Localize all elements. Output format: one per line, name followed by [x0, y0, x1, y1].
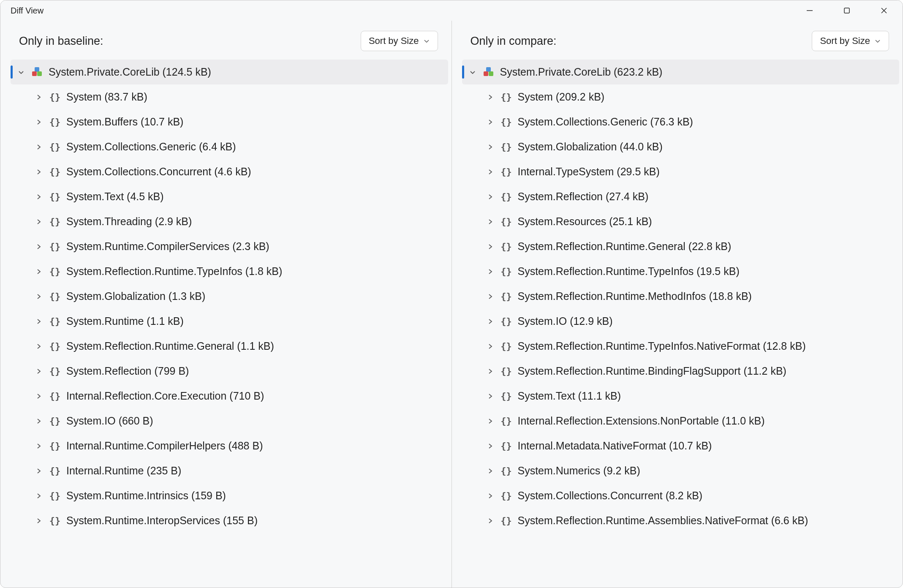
chevron-right-icon[interactable]	[33, 293, 44, 300]
tree-row[interactable]: {}System.Reflection.Runtime.TypeInfos (1…	[11, 259, 448, 284]
tree-row[interactable]: {}System.Runtime (1.1 kB)	[11, 309, 448, 334]
tree-row[interactable]: {}Internal.Reflection.Core.Execution (71…	[11, 384, 448, 408]
titlebar: Diff View	[0, 0, 903, 21]
chevron-right-icon[interactable]	[485, 368, 496, 375]
chevron-right-icon[interactable]	[485, 118, 496, 126]
namespace-icon: {}	[49, 416, 61, 426]
tree-row[interactable]: {}System.Collections.Generic (6.4 kB)	[11, 134, 448, 159]
chevron-right-icon[interactable]	[33, 268, 44, 275]
namespace-icon: {}	[500, 490, 513, 501]
sort-button-compare[interactable]: Sort by Size	[812, 31, 889, 51]
chevron-down-icon[interactable]	[467, 68, 478, 76]
tree-row[interactable]: {}System.Runtime.Intrinsics (159 B)	[11, 483, 448, 508]
tree-row-label: Internal.Metadata.NativeFormat (10.7 kB)	[518, 440, 712, 452]
tree-row[interactable]: {}System.Reflection (27.4 kB)	[462, 184, 900, 209]
tree-row[interactable]: {}System.Reflection.Runtime.BindingFlagS…	[462, 359, 900, 384]
tree-row-label: System.Runtime.Intrinsics (159 B)	[66, 490, 226, 502]
chevron-right-icon[interactable]	[485, 143, 496, 151]
tree-row[interactable]: {}System.Reflection.Runtime.TypeInfos.Na…	[462, 334, 900, 359]
chevron-right-icon[interactable]	[485, 467, 496, 475]
tree-row[interactable]: {}System.Collections.Concurrent (4.6 kB)	[11, 159, 448, 184]
chevron-right-icon[interactable]	[33, 343, 44, 350]
maximize-button[interactable]	[828, 0, 865, 21]
tree-row[interactable]: {}System.Reflection (799 B)	[11, 359, 448, 384]
chevron-right-icon[interactable]	[33, 218, 44, 226]
namespace-icon: {}	[49, 466, 61, 476]
sort-button-baseline[interactable]: Sort by Size	[361, 31, 438, 51]
tree-row[interactable]: {}System.Collections.Concurrent (8.2 kB)	[462, 483, 900, 508]
chevron-right-icon[interactable]	[485, 293, 496, 300]
tree-row[interactable]: {}System.Collections.Generic (76.3 kB)	[462, 109, 900, 134]
chevron-right-icon[interactable]	[33, 442, 44, 450]
tree-row[interactable]: {}System.Globalization (1.3 kB)	[11, 284, 448, 309]
tree-row-label: System.Reflection.Runtime.MethodInfos (1…	[518, 290, 752, 302]
tree-row[interactable]: {}Internal.TypeSystem (29.5 kB)	[462, 159, 900, 184]
chevron-right-icon[interactable]	[485, 392, 496, 400]
tree-row[interactable]: {}System.Buffers (10.7 kB)	[11, 109, 448, 134]
tree-row-label: System.Collections.Generic (76.3 kB)	[518, 116, 693, 128]
tree-row[interactable]: {}System.Reflection.Runtime.MethodInfos …	[462, 284, 900, 309]
chevron-right-icon[interactable]	[33, 517, 44, 525]
chevron-right-icon[interactable]	[485, 93, 496, 101]
tree-row[interactable]: {}System.Text (11.1 kB)	[462, 384, 900, 408]
chevron-right-icon[interactable]	[485, 218, 496, 226]
tree-row-label: System.Runtime.CompilerServices (2.3 kB)	[66, 240, 269, 253]
sort-label: Sort by Size	[369, 35, 419, 46]
chevron-right-icon[interactable]	[485, 168, 496, 176]
chevron-right-icon[interactable]	[485, 268, 496, 275]
tree-row-label: System.IO (12.9 kB)	[518, 315, 613, 327]
namespace-icon: {}	[500, 416, 513, 426]
chevron-right-icon[interactable]	[33, 243, 44, 250]
minimize-button[interactable]	[791, 0, 828, 21]
tree-root-row[interactable]: System.Private.CoreLib (124.5 kB)	[11, 60, 448, 84]
tree-root-label: System.Private.CoreLib (623.2 kB)	[500, 66, 663, 78]
tree-baseline[interactable]: System.Private.CoreLib (124.5 kB){}Syste…	[0, 60, 452, 588]
chevron-right-icon[interactable]	[485, 193, 496, 201]
tree-row[interactable]: {}System.Numerics (9.2 kB)	[462, 458, 900, 483]
tree-compare[interactable]: System.Private.CoreLib (623.2 kB){}Syste…	[452, 60, 903, 588]
chevron-right-icon[interactable]	[485, 243, 496, 250]
chevron-right-icon[interactable]	[485, 442, 496, 450]
chevron-right-icon[interactable]	[33, 467, 44, 475]
chevron-right-icon[interactable]	[485, 492, 496, 500]
chevron-right-icon[interactable]	[33, 118, 44, 126]
tree-row[interactable]: {}System.Reflection.Runtime.General (1.1…	[11, 334, 448, 359]
chevron-right-icon[interactable]	[33, 318, 44, 325]
chevron-right-icon[interactable]	[485, 417, 496, 425]
chevron-right-icon[interactable]	[33, 492, 44, 500]
tree-row[interactable]: {}System.Threading (2.9 kB)	[11, 209, 448, 234]
tree-row[interactable]: {}Internal.Metadata.NativeFormat (10.7 k…	[462, 433, 900, 458]
chevron-right-icon[interactable]	[485, 517, 496, 525]
tree-row[interactable]: {}System (83.7 kB)	[11, 84, 448, 109]
chevron-right-icon[interactable]	[33, 392, 44, 400]
tree-root-row[interactable]: System.Private.CoreLib (623.2 kB)	[462, 60, 900, 84]
tree-row[interactable]: {}System.Reflection.Runtime.General (22.…	[462, 234, 900, 259]
chevron-right-icon[interactable]	[485, 343, 496, 350]
chevron-right-icon[interactable]	[33, 93, 44, 101]
tree-row[interactable]: {}System.Text (4.5 kB)	[11, 184, 448, 209]
chevron-right-icon[interactable]	[33, 193, 44, 201]
namespace-icon: {}	[49, 117, 61, 127]
tree-row[interactable]: {}System.Resources (25.1 kB)	[462, 209, 900, 234]
tree-row[interactable]: {}System.Runtime.CompilerServices (2.3 k…	[11, 234, 448, 259]
tree-row[interactable]: {}Internal.Runtime (235 B)	[11, 458, 448, 483]
tree-row[interactable]: {}System (209.2 kB)	[462, 84, 900, 109]
close-button[interactable]	[865, 0, 903, 21]
tree-row[interactable]: {}System.Reflection.Runtime.Assemblies.N…	[462, 508, 900, 533]
chevron-right-icon[interactable]	[33, 368, 44, 375]
chevron-right-icon[interactable]	[33, 143, 44, 151]
tree-row[interactable]: {}System.IO (12.9 kB)	[462, 309, 900, 334]
namespace-icon: {}	[500, 241, 513, 252]
namespace-icon: {}	[500, 191, 513, 202]
tree-row[interactable]: {}System.IO (660 B)	[11, 408, 448, 433]
tree-row[interactable]: {}Internal.Runtime.CompilerHelpers (488 …	[11, 433, 448, 458]
tree-row[interactable]: {}System.Globalization (44.0 kB)	[462, 134, 900, 159]
chevron-right-icon[interactable]	[485, 318, 496, 325]
tree-row-label: System.Runtime.InteropServices (155 B)	[66, 514, 258, 527]
tree-row[interactable]: {}System.Reflection.Runtime.TypeInfos (1…	[462, 259, 900, 284]
tree-row[interactable]: {}Internal.Reflection.Extensions.NonPort…	[462, 408, 900, 433]
chevron-right-icon[interactable]	[33, 168, 44, 176]
chevron-right-icon[interactable]	[33, 417, 44, 425]
chevron-down-icon[interactable]	[16, 68, 27, 76]
tree-row[interactable]: {}System.Runtime.InteropServices (155 B)	[11, 508, 448, 533]
